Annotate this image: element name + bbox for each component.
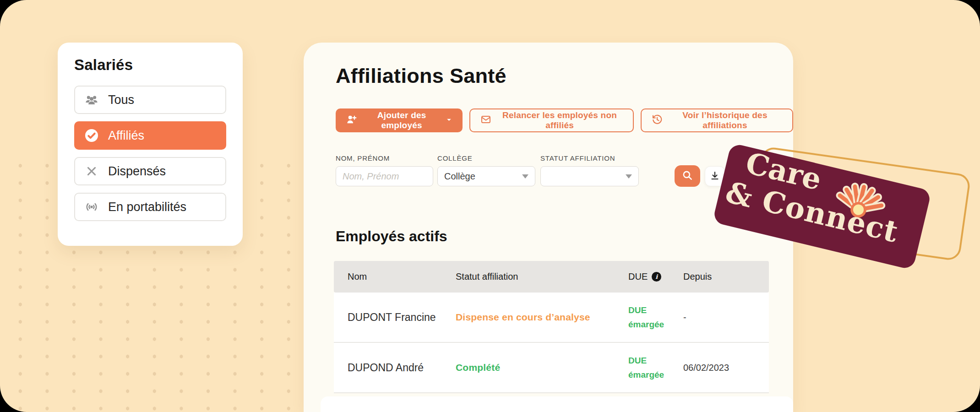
page-title: Affiliations Santé <box>336 64 506 88</box>
status-filter-field: STATUT AFFILIATION <box>540 154 639 186</box>
name-filter-label: NOM, PRÉNOM <box>336 154 433 162</box>
table-row: DUPONT FrancineDispense en cours d’analy… <box>334 293 769 343</box>
sidebar-item-0[interactable]: Tous <box>74 86 226 114</box>
sidebar-item-label: En portabilités <box>108 200 186 214</box>
envelope-icon <box>480 114 491 127</box>
sidebar-item-label: Tous <box>108 93 134 107</box>
due-status: DUE émargée <box>628 353 670 382</box>
employee-name: DUPONT Francine <box>348 311 456 324</box>
actions-toolbar: Ajouter des employés Relancer les employ… <box>336 108 793 132</box>
employee-name: DUPOND André <box>348 362 456 374</box>
column-header-statut: Statut affiliation <box>456 271 628 282</box>
search-button[interactable] <box>675 165 700 187</box>
college-filter-field: COLLÈGE Collège <box>437 154 535 186</box>
college-filter-label: COLLÈGE <box>437 154 535 162</box>
due-status: DUE émargée <box>628 303 670 332</box>
affiliation-status: Dispense en cours d’analyse <box>456 312 628 323</box>
column-header-nom: Nom <box>348 271 456 282</box>
sidebar-item-2[interactable]: Dispensés <box>74 157 226 185</box>
chevron-down-icon <box>626 174 632 179</box>
affiliations-history-button[interactable]: Voir l’historique des affiliations <box>641 108 793 132</box>
table-row: DUPOND AndréComplétéDUE émargée06/02/202… <box>334 343 769 393</box>
sidebar-items: TousAffiliésDispensésEn portabilités <box>74 86 226 221</box>
main-panel: Affiliations Santé Ajouter des employés … <box>304 43 793 412</box>
add-employees-label: Ajouter des employés <box>363 110 441 130</box>
employees-table: Nom Statut affiliation DUE i Depuis DUPO… <box>334 261 769 393</box>
app-canvas: Salariés TousAffiliésDispensésEn portabi… <box>0 0 980 412</box>
relaunch-label: Relancer les employés non affiliés <box>496 110 623 130</box>
name-filter-input[interactable] <box>336 166 433 186</box>
caret-down-icon <box>446 115 452 125</box>
since-date: - <box>683 312 769 323</box>
table-body: DUPONT FrancineDispense en cours d’analy… <box>334 293 769 393</box>
college-select-value: Collège <box>444 171 475 182</box>
name-filter-field: NOM, PRÉNOM <box>336 154 433 186</box>
add-employees-button[interactable]: Ajouter des employés <box>336 108 463 132</box>
sidebar-item-1[interactable]: Affiliés <box>74 121 226 150</box>
check-circle-icon <box>84 128 99 143</box>
history-label: Voir l’historique des affiliations <box>668 110 782 130</box>
college-select[interactable]: Collège <box>437 166 535 186</box>
info-icon[interactable]: i <box>652 272 661 282</box>
sidebar-item-3[interactable]: En portabilités <box>74 193 226 221</box>
since-date: 06/02/2023 <box>683 363 769 373</box>
relaunch-unaffiliated-button[interactable]: Relancer les employés non affiliés <box>469 108 634 132</box>
history-icon <box>652 114 663 127</box>
sidebar-item-label: Dispensés <box>108 164 166 179</box>
status-filter-label: STATUT AFFILIATION <box>540 154 639 162</box>
person-plus-icon <box>346 114 358 128</box>
section-title: Employés actifs <box>336 228 447 245</box>
chevron-down-icon <box>522 174 528 179</box>
column-header-due: DUE i <box>628 271 683 282</box>
people-group-icon <box>84 92 99 107</box>
status-select[interactable] <box>540 166 639 186</box>
broadcast-icon <box>84 200 99 214</box>
table-header: Nom Statut affiliation DUE i Depuis <box>334 261 769 293</box>
sidebar-item-label: Affiliés <box>108 129 144 143</box>
sidebar-card: Salariés TousAffiliésDispensésEn portabi… <box>58 43 243 246</box>
download-icon <box>709 170 720 183</box>
bottom-card <box>321 396 793 412</box>
affiliation-status: Complété <box>456 362 628 373</box>
x-icon <box>84 164 99 179</box>
sidebar-title: Salariés <box>74 56 226 74</box>
column-header-depuis: Depuis <box>683 271 769 282</box>
search-icon <box>681 169 693 183</box>
